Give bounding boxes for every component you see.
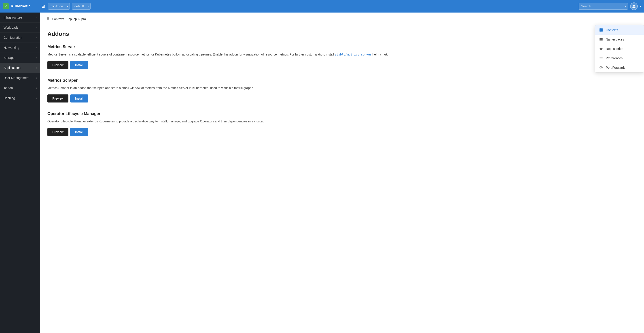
namespace-selector-wrapper: default	[72, 3, 90, 10]
user-avatar[interactable]	[630, 3, 638, 10]
breadcrumb-current: icp-icp02-pro	[68, 17, 86, 21]
addon-metrics-scraper: Metrics Scraper Metrics Scraper is an ad…	[48, 78, 637, 103]
metrics-scraper-preview-button[interactable]: Preview	[48, 94, 68, 103]
page-title: Addons	[48, 31, 637, 37]
content-area: Addons Metrics Server Metrics Server is …	[40, 24, 644, 151]
contexts-icon	[599, 28, 603, 32]
addon-metrics-server: Metrics Server Metrics Server is a scala…	[48, 45, 637, 69]
breadcrumb-separator: /	[66, 17, 66, 21]
cluster-select[interactable]: minikube	[48, 3, 70, 10]
chevron-icon: ‹	[36, 27, 37, 29]
breadcrumb: 🖥 Contexts / icp-icp02-pro	[40, 13, 644, 24]
svg-point-12	[600, 67, 602, 68]
dropdown-item-namespaces[interactable]: Namespaces	[595, 35, 644, 44]
dropdown-item-contexts[interactable]: Contexts	[595, 25, 644, 35]
user-menu-caret[interactable]: ▾	[640, 5, 641, 8]
addon-metrics-server-description: Metrics Server is a scalable, efficient …	[48, 52, 637, 57]
dropdown-port-forwards-label: Port Forwards	[606, 66, 626, 69]
svg-rect-4	[601, 30, 603, 32]
addon-metrics-scraper-title: Metrics Scraper	[48, 78, 637, 83]
dropdown-item-preferences[interactable]: Preferences	[595, 54, 644, 63]
namespace-select[interactable]: default	[72, 3, 90, 10]
svg-rect-6	[600, 39, 603, 40]
addon-metrics-server-actions: Preview Install	[48, 61, 637, 69]
topbar: K Kubernetic ⊞ minikube default ▾	[0, 0, 644, 13]
search-wrapper	[579, 3, 628, 10]
svg-point-0	[633, 5, 635, 6]
sidebar-item-workloads[interactable]: Workloads ‹	[0, 23, 40, 33]
chevron-icon: ‹	[36, 47, 37, 49]
addon-operator-lifecycle-actions: Preview Install	[48, 128, 637, 136]
layout: Infrastructure ‹ Workloads ‹ Configurati…	[0, 13, 644, 333]
dropdown-item-port-forwards[interactable]: Port Forwards	[595, 63, 644, 72]
dropdown-item-repositories[interactable]: Repositories	[595, 44, 644, 54]
sidebar-item-infrastructure[interactable]: Infrastructure ‹	[0, 13, 40, 23]
chevron-icon: ‹	[36, 57, 37, 59]
logo-icon: K	[3, 3, 9, 10]
cluster-selector-wrapper: minikube	[48, 3, 70, 10]
operator-lifecycle-preview-button[interactable]: Preview	[48, 128, 68, 136]
svg-rect-1	[600, 29, 601, 30]
addon-metrics-scraper-actions: Preview Install	[48, 94, 637, 103]
metrics-server-preview-button[interactable]: Preview	[48, 61, 68, 69]
sidebar-item-applications[interactable]: Applications ‹	[0, 63, 40, 73]
dropdown-preferences-label: Preferences	[606, 56, 622, 60]
sidebar-item-networking[interactable]: Networking ‹	[0, 43, 40, 53]
repositories-icon	[599, 47, 603, 51]
grid-icon[interactable]: ⊞	[41, 3, 46, 10]
svg-rect-8	[600, 57, 603, 58]
preferences-icon	[599, 56, 603, 60]
metrics-scraper-install-button[interactable]: Install	[70, 94, 88, 103]
breadcrumb-icon: 🖥	[46, 17, 50, 21]
chevron-icon: ‹	[36, 16, 37, 19]
main-content: 🖥 Contexts / icp-icp02-pro Addons Metric…	[40, 13, 644, 333]
dropdown-contexts-label: Contexts	[606, 28, 618, 32]
addon-operator-lifecycle-title: Operator Lifecycle Manager	[48, 111, 637, 116]
addon-operator-lifecycle: Operator Lifecycle Manager Operator Life…	[48, 111, 637, 136]
namespaces-icon	[599, 37, 603, 41]
sidebar-item-configuration[interactable]: Configuration ‹	[0, 33, 40, 43]
sidebar-item-tekton[interactable]: Tekton ‹	[0, 83, 40, 93]
sidebar-item-user-management[interactable]: User Management ‹	[0, 73, 40, 83]
operator-lifecycle-install-button[interactable]: Install	[70, 128, 88, 136]
svg-rect-7	[600, 40, 603, 41]
metrics-server-link[interactable]: stable/metrics-server	[335, 53, 372, 56]
dropdown-namespaces-label: Namespaces	[606, 38, 624, 41]
chevron-icon: ‹	[36, 67, 37, 69]
svg-rect-5	[600, 38, 603, 39]
addon-operator-lifecycle-description: Operator Lifecycle Manager extends Kuber…	[48, 119, 637, 124]
breadcrumb-parent[interactable]: Contexts	[52, 17, 64, 21]
chevron-icon: ‹	[36, 97, 37, 99]
sidebar: Infrastructure ‹ Workloads ‹ Configurati…	[0, 13, 40, 333]
search-input[interactable]	[579, 3, 628, 10]
addon-metrics-server-title: Metrics Server	[48, 45, 637, 49]
dropdown-repositories-label: Repositories	[606, 47, 623, 51]
svg-rect-10	[600, 59, 603, 60]
user-dropdown-menu: Contexts Namespaces Repositories Prefere…	[595, 25, 644, 73]
app-logo: K Kubernetic	[3, 3, 38, 10]
sidebar-item-caching[interactable]: Caching ‹	[0, 93, 40, 103]
chevron-icon: ‹	[36, 87, 37, 89]
chevron-icon: ‹	[36, 37, 37, 39]
svg-rect-9	[600, 58, 603, 58]
svg-rect-3	[600, 30, 601, 32]
chevron-icon: ‹	[36, 77, 37, 79]
metrics-server-install-button[interactable]: Install	[70, 61, 88, 69]
app-name: Kubernetic	[11, 4, 31, 9]
port-forwards-icon	[599, 66, 603, 70]
sidebar-item-storage[interactable]: Storage ‹	[0, 53, 40, 63]
addon-metrics-scraper-description: Metrics Scraper is an addon that scrapes…	[48, 86, 637, 90]
svg-rect-2	[601, 29, 603, 30]
